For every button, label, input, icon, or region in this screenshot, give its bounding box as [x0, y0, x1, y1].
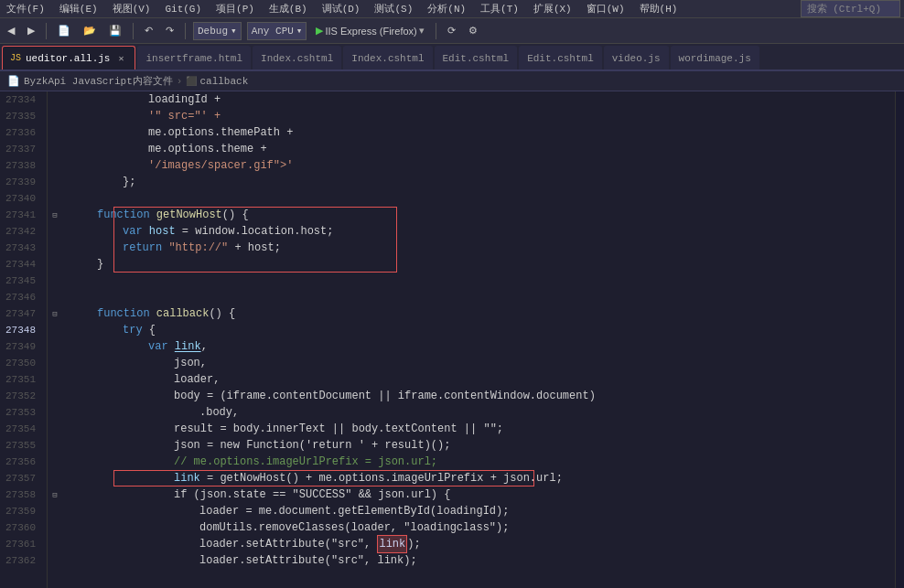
fold-indicator[interactable] — [48, 552, 62, 569]
code-content[interactable]: loadingId +'" src="' +me.options.themePa… — [62, 91, 895, 588]
menu-tools[interactable]: 工具(T) — [478, 2, 522, 16]
open-file-button[interactable]: 📂 — [80, 23, 100, 38]
fold-indicator[interactable] — [48, 190, 62, 207]
breadcrumb-path[interactable]: ByzkApi JavaScript内容文件 — [24, 74, 173, 88]
code-line: }; — [71, 174, 895, 190]
line-number: 27350 — [0, 355, 41, 371]
code-line: loader.setAttribute("src", link); — [71, 552, 895, 569]
back-button[interactable]: ◀ — [4, 23, 18, 38]
code-line: link = getNowHost() + me.options.imageUr… — [71, 470, 895, 486]
tab-wordimage[interactable]: wordimage.js — [671, 46, 759, 69]
line-number: 27353 — [0, 404, 41, 421]
fold-indicator[interactable] — [48, 141, 62, 157]
settings-button[interactable]: ⚙ — [465, 23, 481, 38]
fold-indicator[interactable]: ⊟ — [48, 305, 62, 322]
tab-bar: JS ueditor.all.js ✕ insertframe.html Ind… — [0, 44, 904, 71]
tab-edit2[interactable]: Edit.cshtml — [519, 46, 602, 69]
code-line: domUtils.removeClasses(loader, "loadingc… — [71, 519, 895, 536]
undo-button[interactable]: ↶ — [141, 23, 156, 38]
fold-indicator[interactable] — [48, 108, 62, 124]
separator-1 — [46, 23, 47, 39]
menu-test[interactable]: 测试(S) — [371, 2, 415, 16]
code-line: var host = window.location.host; — [71, 223, 895, 240]
tab-label-index2: Index.cshtml — [351, 53, 424, 64]
play-button[interactable]: ▶ IIS Express (Firefox) ▾ — [312, 23, 427, 38]
fold-indicator[interactable] — [48, 503, 62, 519]
code-line: me.options.themePath + — [71, 124, 895, 141]
toolbar: ◀ ▶ 📄 📂 💾 ↶ ↷ Debug ▾ Any CPU ▾ ▶ IIS Ex… — [0, 18, 904, 44]
fold-indicator[interactable] — [48, 404, 62, 421]
line-number: 27351 — [0, 371, 41, 388]
fold-indicator[interactable] — [48, 157, 62, 174]
code-line: result = body.innerText || body.textCont… — [71, 421, 895, 437]
cpu-config-label: Any CPU — [252, 26, 294, 37]
debug-config-label: Debug — [198, 26, 228, 37]
tab-index1[interactable]: Index.cshtml — [253, 46, 341, 69]
fold-indicator[interactable] — [48, 421, 62, 437]
fold-indicator[interactable] — [48, 371, 62, 388]
line-number: 27335 — [0, 108, 41, 124]
fold-indicator[interactable] — [48, 437, 62, 454]
fold-indicator[interactable] — [48, 273, 62, 289]
fold-indicator[interactable] — [48, 519, 62, 536]
tab-insertframe[interactable]: insertframe.html — [137, 46, 251, 69]
tab-ueditor[interactable]: JS ueditor.all.js ✕ — [2, 46, 135, 69]
fold-indicator[interactable] — [48, 388, 62, 404]
forward-button[interactable]: ▶ — [24, 23, 38, 38]
tab-close-ueditor[interactable]: ✕ — [114, 52, 127, 65]
redo-button[interactable]: ↷ — [162, 23, 178, 38]
fold-indicator[interactable] — [48, 124, 62, 141]
new-file-button[interactable]: 📄 — [54, 23, 74, 38]
tab-label-index1: Index.cshtml — [261, 53, 333, 64]
code-line: return "http://" + host; — [71, 240, 895, 256]
fold-indicator[interactable] — [48, 470, 62, 486]
menu-git[interactable]: Git(G) — [162, 4, 204, 15]
search-box[interactable]: 搜索 (Ctrl+Q) — [801, 0, 900, 17]
code-line: loader, — [71, 371, 895, 388]
tab-index2[interactable]: Index.cshtml — [343, 46, 432, 69]
tab-videojs[interactable]: video.js — [604, 46, 669, 69]
menu-extensions[interactable]: 扩展(X) — [531, 2, 575, 16]
fold-indicator[interactable] — [48, 223, 62, 240]
vertical-scrollbar[interactable] — [895, 91, 904, 588]
code-line — [71, 190, 895, 207]
fold-indicator[interactable] — [48, 322, 62, 338]
code-line: me.options.theme + — [71, 141, 895, 157]
tab-edit1[interactable]: Edit.cshtml — [435, 46, 518, 69]
cpu-config-dropdown[interactable]: Any CPU ▾ — [247, 22, 307, 40]
menu-project[interactable]: 项目(P) — [213, 2, 257, 16]
tab-label-edit1: Edit.cshtml — [443, 53, 510, 64]
fold-indicator[interactable] — [48, 174, 62, 190]
fold-indicator[interactable] — [48, 289, 62, 305]
breadcrumb-bar: 📄 ByzkApi JavaScript内容文件 › ⬛ callback — [0, 71, 904, 91]
fold-indicator[interactable] — [48, 536, 62, 552]
fold-indicator[interactable] — [48, 256, 62, 273]
menu-debug[interactable]: 调试(D) — [319, 2, 363, 16]
fold-indicator[interactable] — [48, 355, 62, 371]
save-button[interactable]: 💾 — [105, 23, 125, 38]
fold-indicator[interactable] — [48, 91, 62, 108]
menu-analyze[interactable]: 分析(N) — [425, 2, 468, 16]
menu-view[interactable]: 视图(V) — [110, 2, 154, 16]
tab-label-insertframe: insertframe.html — [145, 53, 242, 64]
fold-indicator[interactable] — [48, 338, 62, 355]
debug-config-dropdown[interactable]: Debug ▾ — [193, 22, 242, 40]
line-number: 27343 — [0, 240, 41, 256]
fold-indicator[interactable] — [48, 454, 62, 470]
menu-file[interactable]: 文件(F) — [4, 2, 48, 16]
fold-indicator[interactable]: ⊟ — [48, 486, 62, 503]
line-number: 27356 — [0, 454, 41, 470]
code-line: if (json.state == "SUCCESS" && json.url)… — [71, 486, 895, 503]
refresh-button[interactable]: ⟳ — [444, 23, 459, 38]
fold-indicator[interactable] — [48, 240, 62, 256]
line-number: 27357 — [0, 470, 41, 486]
line-number: 27338 — [0, 157, 41, 174]
fold-indicator[interactable]: ⊟ — [48, 207, 62, 223]
line-number: 27345 — [0, 273, 41, 289]
menu-build[interactable]: 生成(B) — [266, 2, 310, 16]
line-number: 27339 — [0, 174, 41, 190]
menu-help[interactable]: 帮助(H) — [637, 2, 681, 16]
breadcrumb-location-label[interactable]: callback — [199, 76, 248, 87]
menu-edit[interactable]: 编辑(E) — [57, 2, 101, 16]
menu-window[interactable]: 窗口(W) — [584, 2, 628, 16]
